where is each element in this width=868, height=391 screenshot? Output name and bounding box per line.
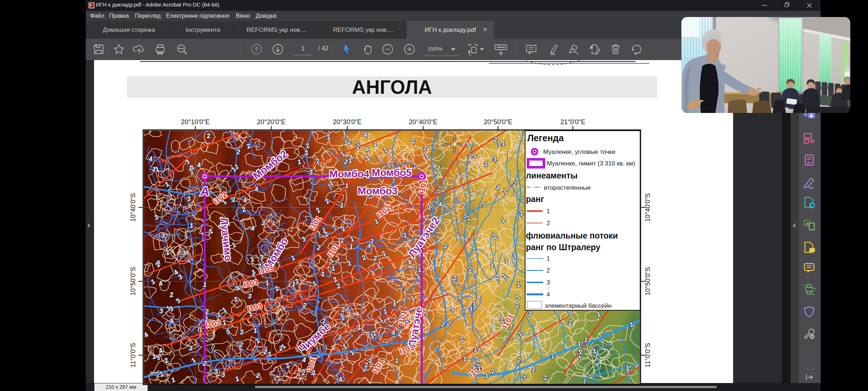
svg-text:3: 3	[309, 169, 313, 176]
svg-text:А: А	[200, 184, 209, 198]
svg-text:2: 2	[203, 360, 207, 367]
svg-text:ранг: ранг	[526, 194, 544, 204]
svg-text:1: 1	[490, 262, 494, 269]
svg-text:Момбо5: Момбо5	[372, 167, 412, 178]
svg-text:1: 1	[340, 202, 344, 209]
svg-text:20°40'0"E: 20°40'0"E	[409, 118, 437, 126]
svg-text:2: 2	[204, 308, 209, 316]
svg-text:2: 2	[256, 371, 260, 379]
svg-text:3: 3	[161, 232, 165, 239]
svg-text:Муаленке, угловые точки: Муаленке, угловые точки	[543, 148, 615, 155]
svg-text:2: 2	[316, 244, 321, 252]
svg-text:3: 3	[546, 279, 550, 286]
svg-text:1: 1	[546, 208, 550, 215]
svg-text:1: 1	[427, 204, 431, 211]
svg-text:элементарный бассейн: элементарный бассейн	[545, 302, 612, 309]
svg-text:4: 4	[367, 242, 371, 250]
svg-text:20°10'0"E: 20°10'0"E	[181, 118, 209, 126]
svg-text:2: 2	[302, 301, 307, 309]
svg-text:1: 1	[203, 281, 207, 288]
svg-text:2: 2	[513, 189, 517, 196]
svg-text:1: 1	[546, 255, 550, 262]
svg-text:второстепенные: второстепенные	[544, 184, 591, 191]
svg-text:2: 2	[344, 158, 348, 166]
svg-text:2: 2	[441, 321, 445, 328]
svg-text:3: 3	[261, 219, 265, 227]
svg-text:1: 1	[349, 243, 353, 250]
svg-text:4: 4	[546, 291, 550, 298]
svg-text:1: 1	[345, 182, 349, 190]
svg-text:20°30'0"E: 20°30'0"E	[333, 118, 361, 126]
svg-text:11°0'0"S: 11°0'0"S	[129, 343, 137, 367]
svg-text:4: 4	[391, 329, 395, 337]
svg-text:4: 4	[148, 155, 153, 163]
svg-text:1: 1	[321, 270, 325, 278]
svg-text:АНГОЛА: АНГОЛА	[352, 76, 432, 98]
svg-text:3: 3	[182, 249, 186, 256]
svg-text:2: 2	[236, 148, 240, 156]
svg-text:1: 1	[188, 164, 192, 171]
svg-text:21°0'0"E: 21°0'0"E	[560, 118, 585, 126]
svg-text:2: 2	[301, 369, 305, 377]
svg-text:2: 2	[546, 220, 550, 227]
svg-text:1: 1	[485, 372, 489, 380]
svg-text:4: 4	[250, 225, 255, 232]
svg-text:Момбо4: Момбо4	[329, 168, 370, 180]
svg-text:20°20'0"E: 20°20'0"E	[257, 118, 285, 126]
svg-text:3: 3	[248, 293, 252, 300]
svg-text:Муаленке, лимит (3 310 кв. км): Муаленке, лимит (3 310 кв. км)	[547, 160, 635, 167]
svg-text:2: 2	[546, 267, 550, 274]
svg-text:3: 3	[528, 310, 532, 318]
svg-text:Момбо3: Момбо3	[358, 185, 397, 197]
svg-text:ранг по Штралеру: ранг по Штралеру	[526, 243, 600, 252]
svg-text:10°50'0"S: 10°50'0"S	[129, 267, 137, 295]
svg-text:20°50'0"E: 20°50'0"E	[484, 118, 512, 126]
svg-text:линеаменты: линеаменты	[526, 171, 578, 180]
svg-text:10°40'0"S: 10°40'0"S	[129, 193, 137, 222]
svg-text:2: 2	[517, 357, 521, 364]
svg-text:Легенда: Легенда	[527, 133, 564, 143]
svg-text:1: 1	[395, 357, 399, 364]
svg-text:2: 2	[423, 144, 427, 152]
svg-text:1: 1	[437, 165, 441, 172]
svg-text:флювиальные потоки: флювиальные потоки	[526, 231, 618, 240]
svg-text:2: 2	[493, 136, 498, 143]
svg-text:1: 1	[204, 316, 209, 323]
svg-text:2: 2	[263, 348, 268, 356]
svg-text:1: 1	[532, 366, 535, 373]
svg-text:1: 1	[584, 336, 588, 344]
